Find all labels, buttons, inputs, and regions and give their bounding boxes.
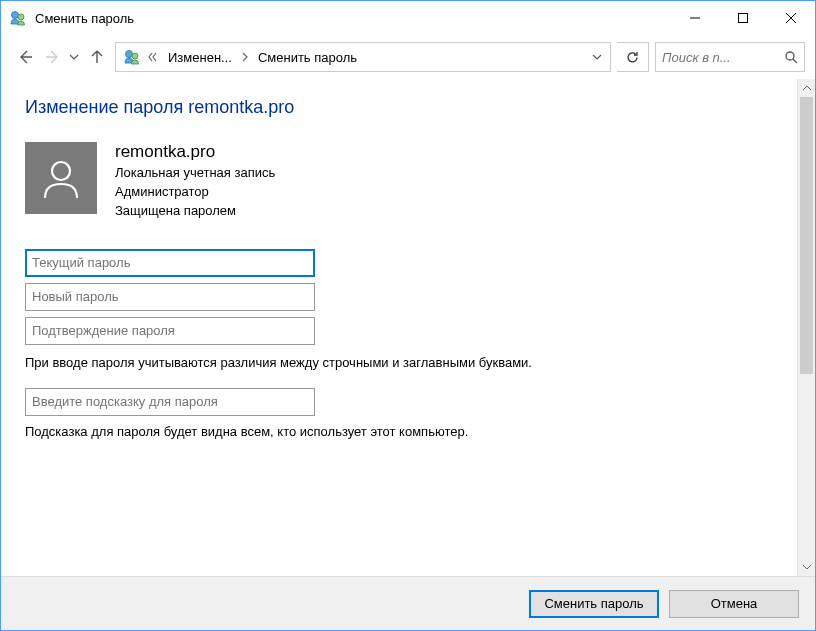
address-icon [120, 48, 144, 66]
maximize-button[interactable] [719, 1, 767, 35]
recent-locations-button[interactable] [65, 43, 83, 71]
user-info: remontka.pro Локальная учетная запись Ад… [115, 142, 275, 221]
svg-line-9 [793, 59, 797, 63]
svg-point-1 [18, 14, 24, 20]
new-password-input[interactable] [25, 283, 315, 311]
page-title: Изменение пароля remontka.pro [25, 97, 773, 118]
scroll-up-button[interactable] [798, 79, 815, 97]
svg-point-10 [52, 162, 70, 180]
user-account-type: Локальная учетная запись [115, 164, 275, 183]
scroll-thumb[interactable] [800, 97, 813, 374]
app-icon [9, 9, 27, 27]
cancel-button[interactable]: Отмена [669, 590, 799, 618]
user-name: remontka.pro [115, 142, 275, 162]
address-bar[interactable]: Изменен... Сменить пароль [115, 42, 611, 72]
user-role: Администратор [115, 183, 275, 202]
scrollbar[interactable] [797, 79, 815, 576]
svg-point-0 [12, 12, 19, 19]
window-frame: Сменить пароль [0, 0, 816, 631]
breadcrumb-seg-1[interactable]: Изменен... [162, 50, 238, 65]
forward-button[interactable] [39, 43, 67, 71]
window-title: Сменить пароль [35, 11, 671, 26]
current-password-input[interactable] [25, 249, 315, 277]
content-wrap: Изменение пароля remontka.pro remontka.p… [1, 79, 815, 576]
avatar [25, 142, 97, 214]
search-input[interactable] [662, 50, 784, 65]
address-dropdown-button[interactable] [584, 52, 610, 62]
svg-point-6 [126, 51, 133, 58]
breadcrumb-overflow-icon[interactable] [144, 52, 162, 62]
search-box[interactable] [655, 42, 805, 72]
minimize-button[interactable] [671, 1, 719, 35]
content-area: Изменение пароля remontka.pro remontka.p… [1, 79, 797, 576]
svg-rect-3 [739, 14, 748, 23]
up-button[interactable] [83, 43, 111, 71]
password-hint-input[interactable] [25, 388, 315, 416]
back-button[interactable] [11, 43, 39, 71]
breadcrumb-sep-icon[interactable] [238, 52, 252, 62]
user-status: Защищена паролем [115, 202, 275, 221]
footer: Сменить пароль Отмена [1, 576, 815, 630]
titlebar: Сменить пароль [1, 1, 815, 35]
user-block: remontka.pro Локальная учетная запись Ад… [25, 142, 773, 221]
svg-point-8 [786, 52, 794, 60]
close-button[interactable] [767, 1, 815, 35]
scroll-track[interactable] [798, 97, 815, 558]
confirm-password-input[interactable] [25, 317, 315, 345]
breadcrumb-seg-2[interactable]: Сменить пароль [252, 50, 363, 65]
refresh-button[interactable] [617, 42, 649, 72]
hint-visibility-note: Подсказка для пароля будет видна всем, к… [25, 424, 773, 439]
navbar: Изменен... Сменить пароль [1, 35, 815, 79]
window-controls [671, 1, 815, 35]
case-sensitivity-note: При вводе пароля учитываются различия ме… [25, 355, 773, 370]
search-icon [784, 50, 798, 64]
password-fields [25, 249, 773, 345]
change-password-button[interactable]: Сменить пароль [529, 590, 659, 618]
svg-point-7 [132, 53, 138, 59]
scroll-down-button[interactable] [798, 558, 815, 576]
